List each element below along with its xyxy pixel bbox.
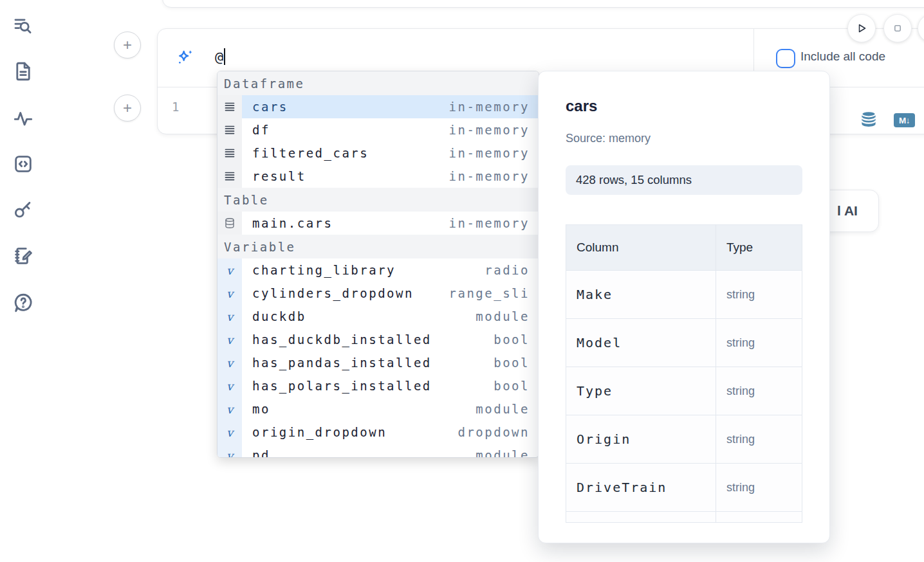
markdown-icon[interactable]: M↓ (894, 113, 915, 127)
autocomplete-item-df[interactable]: dfin-memory (217, 118, 539, 141)
table-database-icon (217, 212, 242, 235)
left-sidebar (0, 0, 41, 562)
dataframe-icon (217, 95, 242, 118)
item-type: in-memory (449, 146, 530, 160)
autocomplete-item-result[interactable]: resultin-memory (217, 165, 539, 188)
item-name: result (252, 169, 306, 183)
add-cell-below-button[interactable]: + (114, 95, 141, 122)
dataframe-preview-popup: cars Source: memory 428 rows, 15 columns… (538, 71, 830, 543)
autocomplete-item-cars[interactable]: carsin-memory (217, 95, 539, 118)
schema-row-Model: Modelstring (566, 319, 802, 367)
include-all-code-checkbox[interactable] (776, 49, 795, 68)
preview-source: Source: memory (566, 132, 651, 145)
schema-row-Origin: Originstring (566, 415, 802, 464)
ai-prompt-input[interactable]: @ (215, 48, 225, 65)
autocomplete-item-duckdb[interactable]: vduckdbmodule (217, 305, 539, 328)
column-type: string (726, 385, 755, 398)
item-type: range_sli (449, 286, 530, 300)
schema-row-partial (566, 512, 802, 523)
column-name: DriveTrain (577, 480, 667, 495)
type-header: Type (716, 225, 802, 270)
text-caret (224, 48, 225, 65)
item-type: bool (494, 379, 530, 393)
autocomplete-item-pd[interactable]: vpdmodule (217, 444, 539, 458)
column-name: Type (577, 383, 613, 399)
column-type: string (726, 433, 755, 446)
autocomplete-item-has_duckdb_installed[interactable]: vhas_duckdb_installedbool (217, 328, 539, 351)
item-name: has_pandas_installed (252, 356, 432, 370)
autocomplete-section-header: Dataframe (217, 71, 539, 95)
stop-button[interactable] (883, 14, 912, 42)
key-icon[interactable] (10, 197, 36, 222)
variable-icon: v (217, 421, 242, 444)
stop-icon (890, 21, 905, 36)
dataframe-icon (217, 118, 242, 141)
play-icon (854, 21, 869, 36)
schema-row-Type: Typestring (566, 367, 802, 415)
item-type: module (476, 402, 530, 416)
column-type: string (726, 288, 755, 302)
item-type: in-memory (449, 216, 530, 230)
preview-summary-badge: 428 rows, 15 columns (566, 165, 802, 195)
preview-schema-table: ColumnTypeMakestringModelstringTypestrin… (566, 224, 802, 523)
autocomplete-dropdown: Dataframecarsin-memorydfin-memoryfiltere… (217, 71, 539, 458)
include-all-code-label[interactable]: Include all code (800, 50, 885, 64)
autocomplete-item-main.cars[interactable]: main.carsin-memory (217, 212, 539, 235)
run-cell-button[interactable] (847, 14, 876, 42)
autocomplete-item-mo[interactable]: vmomodule (217, 397, 539, 421)
item-name: has_polars_installed (252, 379, 432, 393)
autocomplete-item-has_polars_installed[interactable]: vhas_polars_installedbool (217, 374, 539, 397)
item-type: dropdown (457, 425, 530, 439)
autocomplete-item-filtered_cars[interactable]: filtered_carsin-memory (217, 141, 539, 165)
item-name: duckdb (252, 309, 306, 323)
item-type: in-memory (449, 123, 530, 137)
item-name: pd (252, 448, 270, 458)
variable-icon: v (217, 305, 242, 328)
variable-icon: v (217, 328, 242, 351)
list-search-icon[interactable] (10, 13, 36, 39)
variable-icon: v (217, 397, 242, 421)
schema-row-DriveTrain: DriveTrainstring (566, 464, 802, 512)
dataframe-icon (217, 165, 242, 188)
column-name: Model (577, 335, 622, 350)
item-name: has_duckdb_installed (252, 332, 432, 347)
column-name: Make (577, 287, 613, 302)
column-header: Column (566, 225, 716, 270)
item-name: mo (252, 402, 270, 416)
sparkles-ai-icon (174, 48, 195, 68)
autocomplete-item-charting_library[interactable]: vcharting_libraryradio (217, 258, 539, 282)
activity-icon[interactable] (10, 105, 36, 131)
item-name: main.cars (252, 216, 333, 230)
line-number: 1 (172, 100, 179, 114)
item-type: radio (485, 263, 530, 277)
previous-cell (162, 0, 924, 8)
item-name: filtered_cars (252, 146, 369, 160)
item-name: cylinders_dropdown (252, 286, 414, 300)
item-type: module (476, 309, 530, 323)
autocomplete-item-origin_dropdown[interactable]: vorigin_dropdowndropdown (217, 421, 539, 444)
variable-icon: v (217, 351, 242, 374)
item-type: in-memory (449, 169, 530, 183)
autocomplete-item-cylinders_dropdown[interactable]: vcylinders_dropdownrange_sli (217, 282, 539, 305)
schema-header-row: ColumnType (566, 225, 802, 271)
help-circle-icon[interactable] (10, 290, 36, 316)
item-name: origin_dropdown (252, 425, 387, 439)
autocomplete-item-has_pandas_installed[interactable]: vhas_pandas_installedbool (217, 351, 539, 374)
column-type: string (726, 481, 755, 494)
item-name: cars (252, 100, 288, 114)
notebook-pen-icon[interactable] (10, 243, 36, 269)
preview-title: cars (566, 97, 597, 115)
code-square-icon[interactable] (10, 151, 36, 177)
column-name: Origin (577, 431, 631, 447)
add-cell-above-button[interactable]: + (114, 32, 141, 59)
variable-icon: v (217, 258, 242, 282)
item-type: bool (494, 356, 530, 370)
file-text-icon[interactable] (10, 59, 36, 84)
schema-row-Make: Makestring (566, 271, 802, 319)
database-icon[interactable] (859, 109, 878, 130)
item-type: in-memory (449, 100, 530, 114)
dataframe-icon (217, 141, 242, 165)
autocomplete-section-header: Variable (217, 235, 539, 258)
item-type: module (476, 448, 530, 458)
variable-icon: v (217, 374, 242, 397)
